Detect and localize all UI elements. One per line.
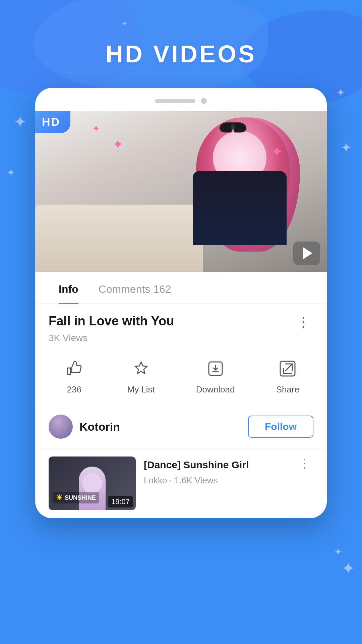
phone-camera (201, 98, 207, 104)
author-info: Kotorin (49, 415, 120, 439)
sunshine-label: ☀ SUNSHINE (53, 492, 99, 503)
sparkle-1: ✦ (13, 114, 27, 130)
video-thumbnail[interactable]: ✦ ✦ ✦ HD (35, 111, 327, 272)
tab-bar: Info Comments 162 (35, 275, 327, 304)
related-thumbnail: ☀ SUNSHINE 19:07 (49, 457, 136, 510)
download-label: Download (196, 384, 235, 395)
phone-top-bar (35, 98, 327, 111)
share-label: Share (276, 384, 299, 395)
mylist-action[interactable]: My List (127, 357, 155, 395)
thumb-sparkle-2: ✦ (92, 124, 100, 133)
thumbs-up-icon (63, 357, 86, 380)
sparkle-6: ✦ (334, 547, 342, 557)
share-action[interactable]: Share (276, 357, 299, 395)
thumb-sparkle-3: ✦ (271, 144, 283, 159)
like-action[interactable]: 236 (63, 357, 86, 395)
video-views: 3K Views (49, 333, 313, 343)
star-icon (129, 357, 153, 380)
duration-badge: 19:07 (108, 496, 133, 507)
like-count: 236 (67, 384, 81, 395)
share-icon (276, 357, 299, 380)
action-row: 236 My List Download (35, 347, 327, 405)
tab-comments[interactable]: Comments 162 (88, 275, 181, 304)
page-title: HD VIDEOS (0, 0, 362, 88)
sparkle-2: ✦ (7, 168, 15, 178)
video-title: Fall in Love with You (49, 314, 174, 328)
tab-info[interactable]: Info (49, 275, 88, 304)
sofa-decoration (35, 205, 203, 272)
mylist-label: My List (127, 384, 155, 395)
sparkle-5: ✦ (341, 560, 355, 577)
video-info: Fall in Love with You ⋮ 3K Views (35, 304, 327, 347)
phone-mockup: ✦ ✦ ✦ HD Info Comments 162 Fall in Love … (35, 88, 327, 518)
hd-badge: HD (35, 111, 70, 133)
thumb-sparkle-1: ✦ (112, 138, 124, 151)
play-button[interactable] (293, 241, 320, 265)
author-row: Kotorin Follow (35, 405, 327, 448)
related-title: [Dance] Sunshine Girl (144, 458, 288, 472)
sparkle-4: ✦ (336, 87, 345, 98)
avatar (49, 415, 73, 439)
related-info: [Dance] Sunshine Girl Lokko · 1.6K Views (144, 457, 288, 486)
related-meta: Lokko · 1.6K Views (144, 475, 288, 486)
more-options-button[interactable]: ⋮ (293, 314, 313, 329)
sparkle-3: ✦ (341, 141, 352, 154)
download-icon (204, 357, 227, 380)
follow-button[interactable]: Follow (248, 416, 313, 438)
play-triangle-icon (303, 247, 312, 259)
download-action[interactable]: Download (196, 357, 235, 395)
related-more-button[interactable]: ⋮ (296, 457, 313, 471)
phone-notch (155, 99, 195, 103)
related-video-item[interactable]: ☀ SUNSHINE 19:07 [Dance] Sunshine Girl L… (35, 448, 327, 518)
author-name: Kotorin (79, 420, 120, 433)
